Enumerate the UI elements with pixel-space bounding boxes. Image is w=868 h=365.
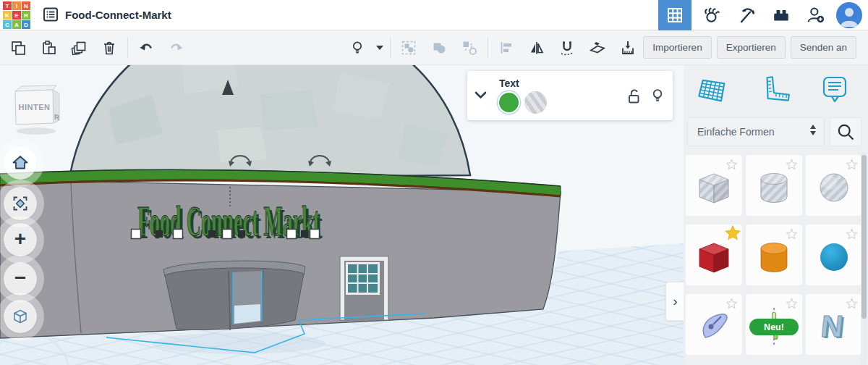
duplicate-button[interactable] (64, 30, 94, 65)
workplane-tool-button[interactable] (697, 70, 730, 112)
text-n-shape: N N (814, 307, 854, 348)
home-view-button[interactable] (4, 146, 37, 180)
group-select-button[interactable] (393, 30, 424, 65)
corner-handles[interactable] (132, 230, 320, 239)
favorite-star-icon[interactable] (726, 159, 738, 171)
shape-tile-text[interactable]: N N (806, 294, 862, 355)
flip-icon (528, 39, 545, 56)
toolbar-separator (127, 38, 128, 58)
design-title: Food-Connect-Markt (65, 9, 171, 21)
shape-tile-scribble[interactable] (686, 294, 742, 355)
bulb-icon (349, 39, 366, 56)
shape-tile-transparent-box[interactable] (686, 155, 742, 216)
ungroup-button[interactable] (454, 30, 485, 65)
send-to-button[interactable]: Senden an (791, 36, 856, 59)
undo-button[interactable] (131, 30, 161, 65)
sidebar-scrollbar-track[interactable] (861, 152, 867, 365)
workplane-button[interactable] (582, 30, 613, 65)
orange-cylinder-shape (754, 238, 794, 278)
redo-button[interactable] (161, 30, 192, 65)
ruler-icon (619, 39, 637, 56)
dome-shape[interactable] (69, 65, 470, 178)
favorite-star-icon[interactable] (846, 159, 858, 171)
search-button[interactable] (830, 117, 861, 146)
red-box-shape (694, 238, 734, 278)
export-button[interactable]: Exportieren (717, 36, 786, 59)
favorite-star-icon[interactable] (726, 298, 738, 310)
logo-tile: N (22, 1, 30, 10)
flip-button[interactable] (522, 30, 552, 65)
blue-sphere-shape (814, 238, 854, 278)
ruler-tool-button[interactable] (758, 70, 791, 112)
collaborate-button[interactable] (801, 0, 830, 30)
shapes-sidebar: Einfache Formen (684, 65, 868, 365)
home-icon (12, 154, 29, 172)
workplane-grid-icon (697, 75, 730, 105)
color-swatch-transparent[interactable] (524, 91, 547, 114)
viewcube-side-label-fragment: R (54, 112, 60, 122)
logo-tile: D (22, 20, 30, 29)
perspective-toggle-button[interactable] (4, 300, 37, 333)
chevron-down-icon (475, 91, 487, 99)
shape-tile-transparent-cylinder[interactable] (746, 155, 802, 216)
ruler-button[interactable] (613, 30, 643, 65)
merge-icon (430, 39, 448, 56)
favorite-star-icon[interactable] (724, 225, 741, 242)
merge-button[interactable] (424, 30, 454, 65)
favorite-star-icon[interactable] (786, 298, 798, 310)
fit-view-button[interactable] (4, 187, 37, 220)
shape-tile-cylinder[interactable] (746, 225, 802, 285)
shape-tile-sphere[interactable] (806, 225, 862, 285)
header-nav (658, 0, 862, 30)
collapse-panel-button[interactable]: › (665, 282, 684, 321)
shape-tile-box[interactable] (686, 225, 742, 285)
copy-button[interactable] (3, 30, 33, 65)
notes-tool-button[interactable] (820, 70, 850, 112)
sidebar-scrollbar-thumb[interactable] (861, 155, 867, 319)
entrance-vestibule[interactable] (163, 261, 305, 330)
fit-view-icon (12, 195, 29, 212)
person-plus-icon (807, 6, 825, 25)
transparent-cylinder-shape (754, 168, 794, 209)
delete-button[interactable] (94, 30, 124, 65)
view-3d-button[interactable] (658, 0, 692, 30)
import-button[interactable]: Importieren (643, 36, 711, 59)
workplane-icon (589, 39, 606, 56)
logo-tile: K (3, 11, 12, 20)
sim-lab-button[interactable] (697, 0, 726, 30)
favorite-star-icon[interactable] (846, 298, 858, 310)
zoom-out-button[interactable]: − (4, 262, 37, 295)
snap-button[interactable] (552, 30, 582, 65)
list-icon (42, 6, 59, 23)
blocks-button[interactable] (732, 0, 761, 30)
copy-icon (9, 39, 27, 56)
duplicate-icon (70, 39, 88, 56)
side-door[interactable] (340, 256, 388, 320)
category-dropdown[interactable]: Einfache Formen (687, 117, 825, 146)
view-cube[interactable]: HINTEN R (9, 80, 67, 139)
align-button[interactable] (491, 30, 522, 65)
align-icon (498, 39, 515, 56)
show-all-button[interactable] (342, 30, 373, 65)
hide-button[interactable] (650, 88, 665, 107)
logo-tile: I (12, 1, 21, 10)
favorite-star-icon[interactable] (786, 159, 798, 171)
tinkercad-logo[interactable]: T I N K E R C A D (3, 1, 32, 29)
zoom-in-button[interactable]: + (4, 223, 37, 256)
color-swatch-solid[interactable] (498, 91, 520, 114)
lock-open-icon (626, 88, 642, 105)
inspector-collapse-button[interactable] (475, 91, 487, 101)
redo-icon (168, 39, 185, 56)
bricks-button[interactable] (767, 0, 796, 30)
ungroup-icon (461, 39, 478, 56)
profile-avatar[interactable] (836, 2, 862, 28)
favorite-star-icon[interactable] (786, 228, 798, 240)
design-properties-button[interactable] (41, 6, 61, 25)
show-all-dropdown[interactable] (373, 30, 387, 65)
viewcube-label: HINTEN (19, 103, 51, 112)
lock-button[interactable] (626, 88, 642, 107)
favorite-star-icon[interactable] (846, 228, 858, 240)
paste-button[interactable] (33, 30, 64, 65)
toolbar-separator (488, 38, 488, 58)
shape-tile-transparent-sphere[interactable] (806, 155, 862, 216)
